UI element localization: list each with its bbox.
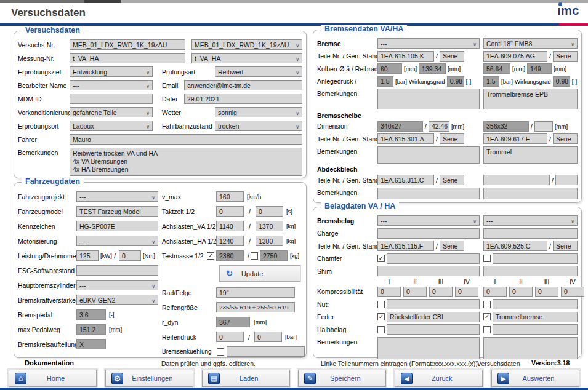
datei-field[interactable]: 29.01.2021 <box>184 94 302 104</box>
bemerkungen-field-va[interactable] <box>377 89 480 109</box>
motorisierung-dropdown[interactable]: --- <box>76 236 158 246</box>
achslasten-va2-field[interactable]: 1370 <box>256 221 283 231</box>
kompress-field-ha-2[interactable]: 0 <box>509 287 533 297</box>
nut-field-ha[interactable] <box>493 299 578 309</box>
testmasse2-checkbox[interactable] <box>251 252 258 260</box>
bremsbelag-dropdown-ha[interactable]: --- <box>483 215 578 226</box>
halbbelag-field-ha[interactable] <box>493 324 578 335</box>
abdeck-teile-field-va[interactable]: 1EA.615.311.C <box>377 175 434 185</box>
belag-bemerkungen-field-va[interactable] <box>377 337 480 359</box>
anlegedruck-field-ha[interactable]: 1.5 <box>483 76 499 87</box>
kompress-field-va-4[interactable]: 0 <box>455 287 478 297</box>
testmasse1-checkbox[interactable] <box>207 252 214 260</box>
dimension-field-ha[interactable]: 356x32 <box>483 121 529 132</box>
bemerkungen-field[interactable]: Reibwerte trocken VA und HA 4x VA Bremsu… <box>70 148 302 176</box>
bearbeiter-dropdown[interactable]: --- <box>70 80 153 90</box>
erprobungsziel-dropdown[interactable]: Entwicklung <box>70 66 153 77</box>
rad-felge-field[interactable]: 19" <box>216 287 295 298</box>
teile-nr-field-ha[interactable]: 1EA.609.075.AG <box>483 51 547 62</box>
kompress-field-va-2[interactable]: 0 <box>403 287 427 297</box>
feder-field-va[interactable]: Rückstellfeder CBI <box>387 312 480 322</box>
scheibe-teile-field-ha[interactable]: 1EA.609.617.E <box>483 133 547 144</box>
taktzeit1-field[interactable]: 0 <box>216 206 244 217</box>
messung-nr-field[interactable]: t_VA_HA <box>70 53 185 63</box>
nut-checkbox-va[interactable] <box>377 301 385 308</box>
hauptbremszylinder-dropdown[interactable]: --- <box>76 280 158 290</box>
halbbelag-checkbox-ha[interactable] <box>483 326 491 333</box>
leistung-field[interactable]: 125 <box>76 250 99 261</box>
kompress-field-va-3[interactable]: 0 <box>429 287 453 297</box>
esc-softwarestand-field[interactable] <box>76 265 158 276</box>
mdm-id-field[interactable] <box>70 94 153 104</box>
kolben-field-va[interactable]: 60 <box>377 63 402 74</box>
bemerkungen-field-ha[interactable]: Trommelbremse EPB <box>483 89 578 109</box>
nut-field-va[interactable] <box>387 299 480 309</box>
halbbelag-field-va[interactable] <box>387 324 480 335</box>
r-dyn-field[interactable]: 367 <box>216 317 250 327</box>
belag-teile-field-va[interactable]: 1EA.615.115.F <box>377 241 434 251</box>
achslasten-ha1-field[interactable]: 1240 <box>216 236 244 246</box>
einstellungen-button[interactable]: Einstellungen <box>105 370 193 387</box>
bremsenkuehlung-field[interactable] <box>227 346 305 357</box>
wetter-dropdown[interactable]: sonnig <box>215 107 302 117</box>
max-pedalweg-field[interactable]: 151.2 <box>76 324 106 335</box>
reifendruck1-field[interactable]: 0 <box>216 332 244 342</box>
shim-field-ha[interactable] <box>483 266 578 276</box>
feder-field-ha[interactable]: Trommelbremse <box>493 312 578 322</box>
kompress-field-ha-4[interactable]: 0 <box>561 287 584 297</box>
belag-gen-field-ha[interactable]: Serie <box>553 241 578 251</box>
anlegedruck-field-va[interactable]: 1.5 <box>377 76 393 87</box>
gen-stand-field-ha[interactable]: Serie <box>553 51 578 62</box>
halbbelag-checkbox-va[interactable] <box>377 326 385 333</box>
reibradius-field-va[interactable]: 139.34 <box>419 63 446 74</box>
achslasten-va1-field[interactable]: 1140 <box>216 221 244 231</box>
wirkungsgrad-field-va[interactable]: 0.98 <box>447 76 464 87</box>
nut-checkbox-ha[interactable] <box>483 301 491 308</box>
abdeck-bemerkungen-field-ha[interactable] <box>483 188 578 199</box>
kompress-field-ha-1[interactable]: 0 <box>483 287 507 297</box>
abdeck-teile-field-ha[interactable] <box>483 175 550 185</box>
scheibe-bemerkungen-field-ha[interactable]: Trommel <box>483 146 578 164</box>
scheibe-teile-field-va[interactable]: 1EA.615.301.A <box>377 133 434 144</box>
dimension-field-va[interactable]: 340x27 <box>377 121 423 132</box>
messung-nr-dropdown[interactable]: t_VA_HA <box>191 53 302 63</box>
charge-field-va[interactable] <box>377 228 480 239</box>
pruefungsart-dropdown[interactable]: Reibwert <box>215 66 302 77</box>
versuchs-nr-dropdown[interactable]: MEB_01_LDX_RWD_1K_19zAU <box>191 39 302 50</box>
scheibe-gen-field-va[interactable]: Serie <box>440 133 464 144</box>
v-max-field[interactable]: 160 <box>216 191 244 202</box>
chamfer-checkbox-va[interactable] <box>377 255 385 262</box>
bremskreisaufteilung-field[interactable]: X <box>76 339 106 349</box>
reibradius-field-ha[interactable]: 149 <box>527 63 552 74</box>
chamfer-checkbox-ha[interactable] <box>483 255 491 262</box>
laden-button[interactable]: Laden <box>202 370 290 387</box>
bremspedal-field[interactable]: 3.6 <box>76 309 106 320</box>
scheibe-gen-field-ha[interactable]: Serie <box>553 133 578 144</box>
bremskraftverstaerker-dropdown[interactable]: eBKV-GEN2 <box>76 295 158 305</box>
charge-field-ha[interactable] <box>483 228 578 239</box>
chamfer-field-ha[interactable] <box>493 253 578 264</box>
kompress-field-va-1[interactable]: 0 <box>377 287 401 297</box>
teile-nr-field-va[interactable]: 1EA.615.105.K <box>377 51 434 62</box>
taktzeit2-field[interactable]: 0 <box>256 206 283 217</box>
scheibe-bemerkungen-field-va[interactable] <box>377 146 480 164</box>
email-field[interactable]: anwender@imc-tm.de <box>184 80 302 90</box>
dimension2-field-ha[interactable] <box>534 121 553 132</box>
belag-gen-field-va[interactable]: Serie <box>440 241 464 251</box>
kompress-field-ha-3[interactable]: 0 <box>535 287 558 297</box>
reifendruck2-field[interactable]: 0 <box>254 332 282 342</box>
bremse-dropdown-va[interactable]: --- <box>377 38 480 49</box>
vorkonditionierung-dropdown[interactable]: gefahrene Teile <box>70 107 153 117</box>
bremse-dropdown-ha[interactable]: Conti 18" EMB8 <box>483 38 578 49</box>
belag-teile-field-ha[interactable]: 1EA.609.525.C <box>483 241 547 251</box>
chamfer-field-va[interactable] <box>387 253 480 264</box>
abdeck-bemerkungen-field-va[interactable] <box>377 188 480 199</box>
achslasten-ha2-field[interactable]: 1380 <box>256 236 283 246</box>
testmasse2-field[interactable]: 2750 <box>260 250 288 261</box>
abdeck-gen-field-va[interactable]: Serie <box>440 175 464 185</box>
shim-field-va[interactable] <box>377 266 480 276</box>
testmasse1-field[interactable]: 2380 <box>216 250 244 261</box>
fahrbahnzustand-dropdown[interactable]: trocken <box>215 121 302 131</box>
zurueck-button[interactable]: Zurück <box>395 370 483 387</box>
versuchs-nr-field[interactable]: MEB_01_LDX_RWD_1K_19zAU <box>70 39 185 50</box>
